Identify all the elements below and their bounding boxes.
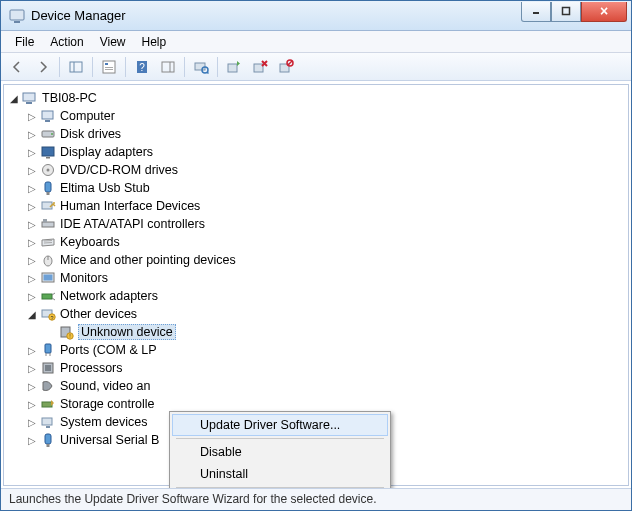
- expand-arrow-icon[interactable]: ▷: [26, 111, 38, 122]
- expand-arrow-icon[interactable]: ▷: [26, 381, 38, 392]
- maximize-button[interactable]: [551, 2, 581, 22]
- expand-arrow-icon[interactable]: ▷: [26, 417, 38, 428]
- tree-category[interactable]: ▷Processors: [8, 359, 628, 377]
- tree-category[interactable]: ▷Human Interface Devices: [8, 197, 628, 215]
- expand-arrow-icon[interactable]: ◢: [26, 309, 38, 320]
- svg-rect-23: [26, 102, 32, 104]
- unknown-device-icon: !: [58, 324, 74, 340]
- expand-arrow-icon[interactable]: ▷: [26, 237, 38, 248]
- svg-rect-60: [46, 426, 50, 428]
- minimize-button[interactable]: [521, 2, 551, 22]
- category-label: Other devices: [60, 307, 137, 321]
- category-label: Keyboards: [60, 235, 120, 249]
- device-icon: [40, 162, 56, 178]
- titlebar: Device Manager ×: [1, 1, 631, 31]
- update-driver-button[interactable]: [222, 55, 246, 79]
- category-label: Human Interface Devices: [60, 199, 200, 213]
- expand-arrow-icon[interactable]: ▷: [26, 291, 38, 302]
- tree-category[interactable]: ▷Sound, video an: [8, 377, 628, 395]
- category-label: Sound, video an: [60, 379, 150, 393]
- expand-arrow-icon[interactable]: ▷: [26, 255, 38, 266]
- context-separator: [176, 487, 384, 488]
- menu-file[interactable]: File: [7, 33, 42, 51]
- menubar: File Action View Help: [1, 31, 631, 53]
- tree-category[interactable]: ▷DVD/CD-ROM drives: [8, 161, 628, 179]
- window-title: Device Manager: [31, 8, 521, 23]
- tree-category[interactable]: ▷Keyboards: [8, 233, 628, 251]
- category-label: Eltima Usb Stub: [60, 181, 150, 195]
- menu-action[interactable]: Action: [42, 33, 91, 51]
- expand-arrow-icon[interactable]: ▷: [26, 435, 38, 446]
- svg-rect-37: [43, 219, 47, 222]
- expand-arrow-icon[interactable]: ▷: [26, 363, 38, 374]
- tree-category[interactable]: ▷Computer: [8, 107, 628, 125]
- device-icon: [40, 288, 56, 304]
- svg-line-39: [44, 243, 52, 244]
- svg-rect-61: [45, 434, 51, 444]
- svg-rect-33: [47, 192, 50, 195]
- uninstall-button[interactable]: [248, 55, 272, 79]
- expand-arrow-icon[interactable]: ▷: [26, 273, 38, 284]
- back-button[interactable]: [5, 55, 29, 79]
- action-pane-button[interactable]: [156, 55, 180, 79]
- device-icon: [40, 342, 56, 358]
- category-label: Disk drives: [60, 127, 121, 141]
- svg-rect-7: [105, 63, 108, 65]
- expand-arrow-icon[interactable]: ▷: [26, 345, 38, 356]
- device-icon: [40, 216, 56, 232]
- expand-arrow-icon[interactable]: ▷: [26, 399, 38, 410]
- expand-arrow-icon[interactable]: ▷: [26, 147, 38, 158]
- context-separator: [176, 438, 384, 439]
- category-label: Mice and other pointing devices: [60, 253, 236, 267]
- scan-hardware-button[interactable]: [189, 55, 213, 79]
- help-button[interactable]: ?: [130, 55, 154, 79]
- expand-arrow-icon[interactable]: ▷: [26, 219, 38, 230]
- tree-category[interactable]: ▷Eltima Usb Stub: [8, 179, 628, 197]
- category-label: DVD/CD-ROM drives: [60, 163, 178, 177]
- device-icon: [40, 126, 56, 142]
- svg-rect-44: [42, 294, 52, 299]
- tree-category[interactable]: ▷IDE ATA/ATAPI controllers: [8, 215, 628, 233]
- device-icon: [40, 396, 56, 412]
- forward-button[interactable]: [31, 55, 55, 79]
- device-manager-window: Device Manager × File Action View Help ?: [0, 0, 632, 511]
- context-uninstall[interactable]: Uninstall: [172, 463, 388, 485]
- svg-point-27: [51, 133, 53, 135]
- tree-category[interactable]: ▷Network adapters: [8, 287, 628, 305]
- tree-category[interactable]: ▷Ports (COM & LP: [8, 341, 628, 359]
- expand-arrow-icon[interactable]: ▷: [26, 183, 38, 194]
- tree-category[interactable]: ◢?Other devices: [8, 305, 628, 323]
- tree-category[interactable]: ▷Disk drives: [8, 125, 628, 143]
- properties-button[interactable]: [97, 55, 121, 79]
- context-disable[interactable]: Disable: [172, 441, 388, 463]
- svg-rect-58: [42, 402, 52, 407]
- category-label: Storage controlle: [60, 397, 155, 411]
- tree-category[interactable]: ▷Mice and other pointing devices: [8, 251, 628, 269]
- category-label: Display adapters: [60, 145, 153, 159]
- svg-text:?: ?: [139, 62, 145, 73]
- menu-view[interactable]: View: [92, 33, 134, 51]
- menu-help[interactable]: Help: [134, 33, 175, 51]
- tree-root[interactable]: ◢ TBI08-PC: [8, 89, 628, 107]
- expand-arrow-icon[interactable]: ◢: [8, 93, 20, 104]
- tree-category[interactable]: ▷Monitors: [8, 269, 628, 287]
- svg-rect-32: [45, 182, 51, 192]
- context-update-driver[interactable]: Update Driver Software...: [172, 414, 388, 436]
- close-button[interactable]: ×: [581, 2, 627, 22]
- svg-rect-36: [42, 222, 54, 227]
- svg-rect-12: [162, 62, 174, 72]
- root-label: TBI08-PC: [42, 91, 97, 105]
- tree-category[interactable]: ▷Display adapters: [8, 143, 628, 161]
- svg-text:?: ?: [50, 315, 53, 321]
- expand-arrow-icon[interactable]: ▷: [26, 201, 38, 212]
- show-hide-console-button[interactable]: [64, 55, 88, 79]
- expand-arrow-icon[interactable]: ▷: [26, 129, 38, 140]
- tree-device-unknown[interactable]: !Unknown device: [8, 323, 628, 341]
- disable-button[interactable]: [274, 55, 298, 79]
- category-label: Computer: [60, 109, 115, 123]
- category-label: IDE ATA/ATAPI controllers: [60, 217, 205, 231]
- expand-arrow-icon[interactable]: ▷: [26, 165, 38, 176]
- device-icon: [40, 234, 56, 250]
- device-icon: [40, 270, 56, 286]
- device-icon: [40, 414, 56, 430]
